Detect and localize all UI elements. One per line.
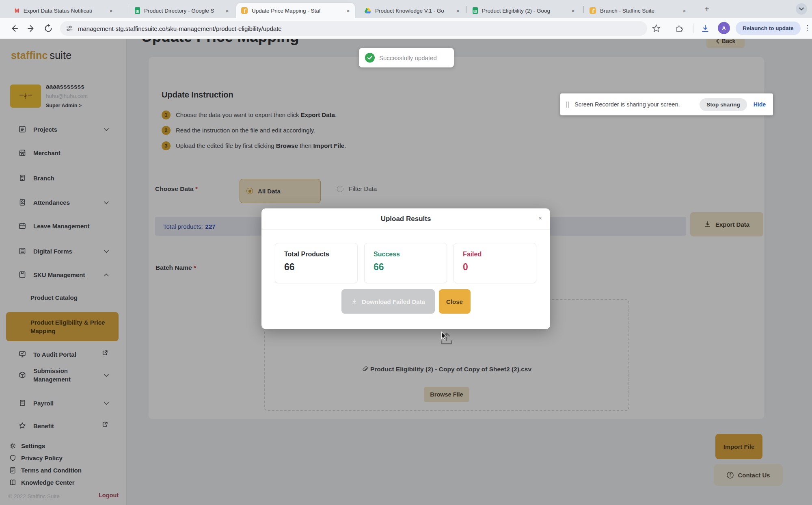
extensions-icon[interactable] (675, 24, 684, 33)
upload-stats-row: Total Products 66 Success 66 Failed 0 (275, 243, 536, 283)
browser-toolbar: management-stg.staffincsuite.co/sku-mana… (0, 18, 812, 39)
tab-title: Export Data Status Notificati (24, 8, 106, 14)
google-sheets-icon (135, 7, 140, 14)
stat-value: 66 (284, 262, 357, 273)
stat-failed: Failed 0 (454, 243, 536, 283)
download-failed-label: Download Failed Data (362, 298, 425, 305)
tab-close-icon[interactable]: × (346, 8, 350, 14)
bookmark-star-icon[interactable] (652, 24, 661, 33)
modal-buttons: Download Failed Data Close (261, 289, 550, 314)
tab-product-eligibility[interactable]: Product Eligibility (2) - Goog × (468, 3, 580, 18)
modal-title: Upload Results (261, 208, 550, 230)
site-settings-icon[interactable] (66, 25, 73, 32)
tab-product-knowledge[interactable]: Product Knowledge V.1 - Go × (360, 3, 464, 18)
tab-title: Product Eligibility (2) - Goog (482, 8, 568, 14)
staffinc-favicon (241, 7, 248, 14)
modal-header: Upload Results × (261, 208, 550, 230)
stat-label: Total Products (284, 251, 357, 258)
stat-label: Failed (463, 251, 536, 258)
new-tab-button[interactable]: + (704, 4, 709, 14)
screen-share-bar: Screen Recorder is sharing your screen. … (560, 93, 773, 115)
tab-close-icon[interactable]: × (682, 8, 686, 14)
upload-results-modal: Upload Results × Total Products 66 Succe… (261, 208, 550, 329)
tab-title: Branch - Staffinc Suite (600, 8, 679, 14)
screen-share-message: Screen Recorder is sharing your screen. (574, 101, 700, 108)
page-content: staffincsuite aaaasssssss huhu@huhu.com … (0, 39, 812, 505)
browser-window: M Export Data Status Notificati × Produc… (0, 0, 812, 505)
gmail-icon: M (15, 7, 19, 14)
drag-handle-icon[interactable] (566, 102, 569, 108)
tab-separator (583, 6, 584, 13)
tab-close-icon[interactable]: × (456, 8, 460, 14)
downloads-icon[interactable] (701, 24, 710, 33)
tab-title: Product Directory - Google S (144, 8, 222, 14)
modal-close-icon[interactable]: × (538, 215, 542, 221)
tab-separator (129, 6, 129, 13)
tab-product-directory[interactable]: Product Directory - Google S × (130, 3, 234, 18)
tab-separator (466, 6, 467, 13)
tab-title: Update Price Mapping - Staf (252, 8, 343, 14)
tab-overview-chevron-icon[interactable] (796, 3, 807, 15)
download-failed-data-button[interactable]: Download Failed Data (341, 289, 435, 314)
forward-nav-icon[interactable] (27, 24, 36, 33)
browser-menu-icon[interactable]: ⋮ (804, 24, 811, 33)
toolbar-divider (693, 24, 693, 33)
tab-update-price-mapping-active[interactable]: Update Price Mapping - Staf × (236, 3, 355, 18)
stat-total-products: Total Products 66 (275, 243, 358, 283)
check-circle-icon (365, 53, 375, 63)
toast-message: Successfully updated (379, 54, 437, 61)
google-drive-icon (365, 8, 371, 13)
google-sheets-icon (473, 7, 478, 14)
stop-sharing-button[interactable]: Stop sharing (700, 98, 747, 111)
staffinc-favicon (590, 7, 596, 14)
modal-close-button[interactable]: Close (439, 289, 471, 314)
url-text: management-stg.staffincsuite.co/sku-mana… (78, 25, 282, 32)
tab-close-icon[interactable]: × (109, 8, 113, 14)
back-nav-icon[interactable] (10, 24, 19, 33)
stat-value: 66 (374, 262, 447, 273)
relaunch-to-update-button[interactable]: Relaunch to update (736, 22, 801, 35)
tab-gmail-export-status[interactable]: M Export Data Status Notificati × (10, 3, 118, 18)
tab-title: Product Knowledge V.1 - Go (375, 8, 453, 14)
stat-value: 0 (463, 262, 536, 273)
address-bar[interactable]: management-stg.staffincsuite.co/sku-mana… (60, 21, 647, 36)
tab-strip: M Export Data Status Notificati × Produc… (0, 0, 812, 18)
tab-close-icon[interactable]: × (571, 8, 575, 14)
success-toast: Successfully updated (359, 48, 454, 67)
hide-share-bar-link[interactable]: Hide (754, 101, 766, 108)
mouse-cursor (441, 332, 447, 340)
profile-avatar[interactable]: A (718, 22, 730, 34)
tab-branch-staffinc[interactable]: Branch - Staffinc Suite × (585, 3, 691, 18)
stat-label: Success (374, 251, 447, 258)
tab-close-icon[interactable]: × (225, 8, 229, 14)
reload-icon[interactable] (44, 24, 53, 33)
stat-success: Success 66 (364, 243, 447, 283)
